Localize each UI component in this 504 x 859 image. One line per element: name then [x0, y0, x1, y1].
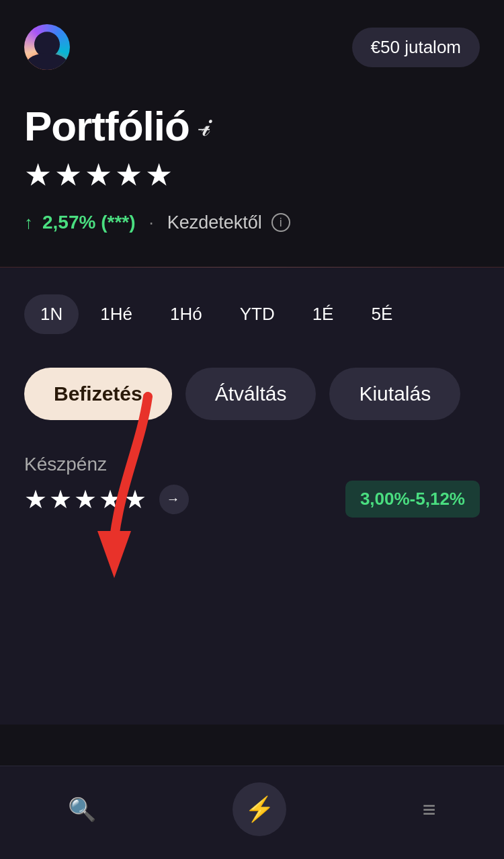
bottom-navigation: 🔍 ⚡ ≡ — [0, 766, 504, 859]
lightning-icon: ⚡ — [245, 795, 275, 823]
cash-label: Készpénz — [24, 454, 480, 475]
page-title: Portfólió — [24, 102, 190, 150]
portfolio-title-row: Portfólió 𝒾̶ — [24, 102, 480, 150]
cash-rate-badge: 3,00%-5,12% — [345, 481, 480, 518]
portfolio-stars: ★★★★★ — [24, 157, 480, 193]
tab-1N[interactable]: 1N — [24, 294, 79, 334]
menu-icon: ≡ — [423, 796, 436, 823]
trend-up-icon: ↑ — [24, 212, 33, 233]
cash-row: ★★★★★ → 3,00%-5,12% — [24, 481, 480, 518]
avatar[interactable] — [24, 24, 70, 70]
cash-stars-row: ★★★★★ → — [24, 485, 189, 514]
separator: · — [149, 212, 154, 233]
action-buttons-row: Befizetés Átváltás Kiutalás — [24, 368, 480, 420]
reward-button[interactable]: €50 jutalom — [352, 28, 480, 67]
performance-period: Kezdetektől — [167, 212, 262, 233]
cash-section: Készpénz ★★★★★ → 3,00%-5,12% — [24, 454, 480, 518]
performance-row: ↑ 2,57% (***) · Kezdetektől i — [24, 212, 480, 233]
svg-marker-0 — [97, 531, 131, 578]
performance-value: 2,57% (***) — [42, 212, 136, 233]
cash-stars: ★★★★★ — [24, 485, 149, 514]
befizetes-button[interactable]: Befizetés — [24, 368, 172, 420]
nav-search[interactable]: 🔍 — [68, 796, 96, 823]
kiutalas-button[interactable]: Kiutalás — [329, 368, 460, 420]
time-period-tabs: 1N 1Hé 1Hó YTD 1É 5É — [24, 294, 480, 334]
atvaltas-button[interactable]: Átváltás — [185, 368, 317, 420]
eye-icon[interactable]: 𝒾̶ — [202, 110, 210, 142]
info-icon[interactable]: i — [271, 213, 290, 232]
tab-YTD[interactable]: YTD — [224, 294, 291, 334]
tab-1E[interactable]: 1É — [296, 294, 350, 334]
bottom-section: 1N 1Hé 1Hó YTD 1É 5É Befizetés Átváltás … — [0, 268, 504, 725]
tab-5E[interactable]: 5É — [355, 294, 409, 334]
search-icon: 🔍 — [68, 796, 96, 823]
cash-arrow-right[interactable]: → — [159, 485, 189, 514]
tab-1Ho[interactable]: 1Hó — [154, 294, 218, 334]
nav-menu[interactable]: ≡ — [423, 796, 436, 823]
tab-1He[interactable]: 1Hé — [84, 294, 149, 334]
nav-lightning-button[interactable]: ⚡ — [233, 782, 286, 836]
